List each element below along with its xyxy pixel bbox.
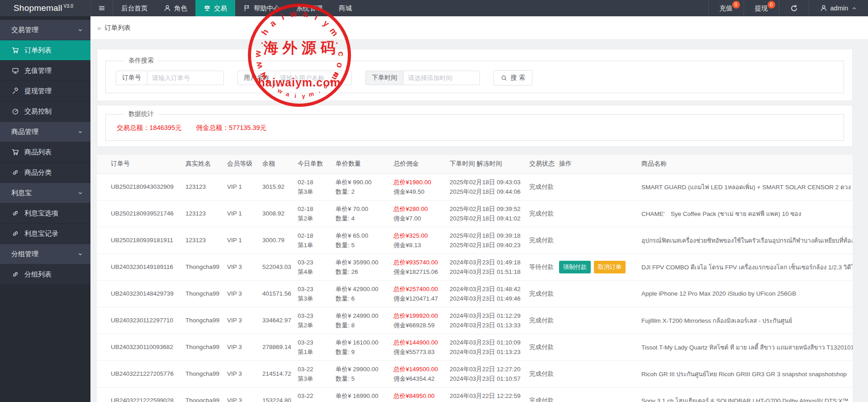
sidebar-item-interest-options[interactable]: 利息宝选项 — [0, 203, 90, 224]
order-row: UB2403230149189116Thongcha99VIP 3522043.… — [97, 254, 853, 280]
total-commission-cell: 总价¥280.00佣金¥7.00 — [389, 200, 445, 227]
gauge-icon — [12, 108, 19, 115]
sidebar-group-label: 交易管理 — [11, 26, 38, 34]
total-price: 总价¥199920.00 — [394, 311, 441, 321]
balance-cell: 3000.79 — [258, 227, 293, 254]
flag-icon — [243, 5, 251, 12]
app-logo-version: V3.0 — [64, 4, 73, 9]
product-name-cell: Apple iPhone 12 Pro Max 2020 iStudio by … — [631, 280, 853, 307]
topnav-item-help[interactable]: 帮助中心 — [235, 0, 288, 16]
sidebar-group-group-manage[interactable]: 分组管理 — [0, 244, 90, 264]
topnav-item-trade[interactable]: 交易 — [195, 0, 235, 16]
sidebar-item-group-list[interactable]: 分组列表 — [0, 264, 90, 285]
status-cell: 完成付款 — [525, 227, 555, 254]
topnav-item-home[interactable]: 后台首页 — [113, 0, 156, 16]
unit-price: 单价¥ 42900.00 — [336, 284, 384, 294]
actions-cell — [555, 360, 631, 387]
commission: 佣金¥7.00 — [394, 214, 441, 223]
unit-qty-cell: 单价¥ 16100.00数量: 9 — [331, 334, 389, 360]
breadcrumb-symbol: » — [97, 24, 101, 32]
topnav-item-mall[interactable]: 商城 — [331, 0, 360, 16]
unfreeze-time: 2024年03月22日 12:28:09 — [450, 401, 520, 402]
unfreeze-time: 2024年03月23日 01:10:57 — [450, 374, 520, 383]
chevron-down-icon — [77, 190, 83, 196]
balance-cell: 278869.14 — [258, 334, 293, 360]
search-button[interactable]: 搜 索 — [493, 70, 532, 86]
product-name-cell: Ricoh GR III ประกันศูนย์ไทย Ricoh GRIII … — [631, 360, 853, 387]
sidebar-item-label: 交易控制 — [24, 107, 52, 116]
force-pay-button[interactable]: 强制付款 — [559, 261, 591, 273]
real-name-cell: Thongcha99 — [181, 254, 223, 280]
order-id-cell: UB2403221222599028 — [97, 387, 181, 402]
sidebar-group-interest-bao[interactable]: 利息宝 — [0, 183, 90, 203]
order-date: 03-23 — [298, 338, 327, 347]
vip-level-cell: VIP 1 — [223, 200, 258, 227]
vip-level-cell: VIP 3 — [223, 254, 258, 280]
balance-cell: 3008.92 — [258, 200, 293, 227]
topnav-label: 角色 — [174, 4, 187, 13]
sidebar-item-label: 商品分类 — [24, 168, 52, 177]
order-date: 02-18 — [298, 231, 327, 240]
sidebar-item-withdraw-manage[interactable]: 提现管理 — [0, 81, 90, 101]
search-icon — [501, 75, 508, 81]
order-date: 02-18 — [298, 177, 327, 187]
unit-qty-cell: 单价¥ 29900.00数量: 5 — [331, 360, 389, 387]
unit-price: 单价¥ 16100.00 — [336, 338, 384, 347]
withdraw-menu-item[interactable]: 提现 0 — [744, 0, 779, 16]
username-input[interactable] — [275, 71, 352, 85]
order-seq: 第3单 — [298, 187, 327, 196]
sidebar-group-goods-manage[interactable]: 商品管理 — [0, 122, 90, 142]
cancel-order-button[interactable]: 取消订单 — [594, 261, 626, 273]
sidebar-group-trade-manage[interactable]: 交易管理 — [0, 20, 90, 40]
status-cell: 完成付款 — [525, 334, 555, 360]
commission-amount-text: 佣金总额：577135.39元 — [196, 124, 266, 131]
time-cell: 2025年02月18日 09:39:182025年02月18日 09:40:23 — [445, 227, 525, 254]
unfreeze-time: 2025年02月18日 09:41:02 — [450, 214, 520, 223]
order-date: 03-22 — [298, 391, 327, 401]
order-id-cell: UB2502180939521746 — [97, 200, 181, 227]
sidebar-toggle-button[interactable] — [90, 0, 113, 16]
column-header: 今日单数 — [293, 155, 331, 173]
real-name-cell: Thongcha99 — [181, 307, 223, 334]
order-row: UB2502180939521746123123VIP 13008.9202-1… — [97, 200, 853, 227]
today-orders-cell: 02-18第1单 — [293, 227, 331, 254]
real-name-cell: Thongcha99 — [181, 334, 223, 360]
status-cell: 完成付款 — [525, 307, 555, 334]
sidebar-item-goods-category[interactable]: 商品分类 — [0, 163, 90, 183]
sidebar-item-label: 商品列表 — [24, 148, 52, 157]
topnav-label: 后台首页 — [121, 4, 147, 13]
order-no-input[interactable] — [147, 71, 224, 85]
commission: 佣金¥8.13 — [394, 240, 441, 250]
today-orders-cell: 03-23第3单 — [293, 280, 331, 307]
stats-panel: 数据统计 交易总额：1846395元 佣金总额：577135.39元 — [97, 105, 853, 147]
sidebar-item-trade-control[interactable]: 交易控制 — [0, 101, 90, 122]
unit-qty-cell: 单价¥ 70.00数量: 4 — [331, 200, 389, 227]
chevron-down-icon — [77, 27, 83, 33]
cart-icon — [12, 148, 19, 156]
product-name-cell: SMART GUARD (แถมไฟ LED 1หลอดเพิ่ม) + SMA… — [631, 173, 853, 200]
topnav-label: 交易 — [214, 4, 227, 13]
refresh-button[interactable] — [779, 0, 809, 16]
unfreeze-time: 2024年03月23日 01:13:23 — [450, 347, 520, 357]
quantity: 数量: 6 — [336, 294, 384, 303]
unit-qty-cell: 单价¥ 990.00数量: 2 — [331, 173, 389, 200]
real-name-cell: 123123 — [181, 200, 223, 227]
topnav-item-system[interactable]: 系统管理 — [288, 0, 331, 16]
sidebar-item-goods-list[interactable]: 商品列表 — [0, 142, 90, 163]
column-header: 单价数量 — [331, 155, 389, 173]
link-icon — [12, 230, 19, 237]
today-orders-cell: 03-23第2单 — [293, 307, 331, 334]
column-header: 交易状态 — [525, 155, 555, 173]
recharge-menu-item[interactable]: 充值 0 — [708, 0, 744, 16]
order-time-input[interactable] — [403, 71, 480, 85]
column-header: 订单号 — [97, 155, 181, 173]
user-menu[interactable]: admin — [809, 0, 868, 16]
topnav-item-role[interactable]: 角色 — [156, 0, 195, 16]
sidebar-item-recharge-manage[interactable]: 充值管理 — [0, 61, 90, 81]
quantity: 数量: 5 — [336, 240, 384, 250]
link-icon — [12, 210, 19, 217]
sidebar-item-interest-records[interactable]: 利息宝记录 — [0, 224, 90, 244]
status-cell: 完成付款 — [525, 200, 555, 227]
sidebar-item-order-list[interactable]: 订单列表 — [0, 40, 90, 61]
sidebar-item-label: 充值管理 — [24, 67, 52, 75]
